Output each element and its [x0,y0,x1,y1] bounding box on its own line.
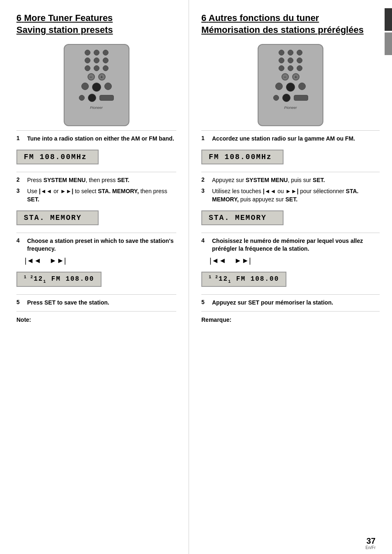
remote-logo: Pioneer [90,106,103,110]
remote-btn [297,58,302,63]
left-display-3: 1 2121 FM 108.00 [16,272,101,287]
left-step-5-text: Press SET to save the station. [27,299,109,307]
remote-btn [94,65,99,71]
remote-btn [79,95,85,101]
right-heading: 6 Autres fonctions du tuner Mémorisation… [201,12,380,36]
left-note-label: Note: [16,316,176,323]
right-arrow-next: ►►| [234,256,251,265]
remote-btn [85,50,90,55]
remote-btn [85,65,90,71]
left-arrow-next: ►►| [49,256,66,265]
page-number: 37 [367,536,376,546]
right-section-number: 6 [201,13,206,23]
left-remote-image: − + Pioneer [64,44,129,126]
right-step-4-text: Choisissez le numéro de mémoire par lequ… [212,237,380,253]
left-step-1-text: Tune into a radio station on either the … [27,135,174,143]
right-step-3: 3 Utilisez les touches |◄◄ ou ►►| pour s… [201,187,380,203]
left-divider-2 [16,172,176,172]
left-remote-container: − + Pioneer [16,44,176,126]
right-step-2-text: Appuyez sur SYSTEM MENU, puis sur SET. [212,176,325,185]
right-note-label: Remarque: [201,316,380,323]
right-divider-1 [201,130,380,131]
left-display-2: STA. MEMORY [16,210,99,225]
right-display-1: FM 108.00MHz [201,150,284,164]
remote-btn [279,50,284,55]
right-step-4: 4 Choisissez le numéro de mémoire par le… [201,237,380,253]
left-divider-5 [16,311,176,312]
left-section-number: 6 [16,13,21,23]
left-arrow-prev: |◄◄ [25,256,41,265]
remote-btn [288,58,293,63]
right-display-2: STA. MEMORY [201,210,284,225]
left-divider-3 [16,233,176,233]
left-display-1: FM 108.00MHz [16,150,99,164]
right-arrow-prev: |◄◄ [210,256,226,265]
right-step-1: 1 Accordez une station radio sur la gamm… [201,135,380,143]
left-heading-line1: More Tuner Features [24,13,113,23]
remote-btn [92,83,101,92]
remote-minus-btn: − [281,73,289,81]
remote-plus-btn: + [98,73,106,81]
left-step-3: 3 Use |◄◄ or ►►| to select STA. MEMORY, … [16,187,176,203]
right-heading-line2: Mémorisation des stations préréglées [201,25,364,35]
right-step-1-text: Accordez une station radio sur la gamme … [212,135,355,143]
remote-btn [288,65,293,71]
remote-btn [279,65,284,71]
remote-btn [294,95,308,101]
remote-minus-btn: − [88,73,95,81]
remote-btn [88,94,96,102]
left-step-4-text: Choose a station preset in which to save… [27,237,176,253]
left-heading: 6 More Tuner Features Saving station pre… [16,12,176,36]
remote-btn [275,83,283,90]
right-step-5: 5 Appuyez sur SET pour mémoriser la stat… [201,299,380,307]
left-step-2: 2 Press SYSTEM MENU, then press SET. [16,176,176,185]
right-remote-image: − + Pioneer [258,44,323,126]
left-step-3-text: Use |◄◄ or ►►| to select STA. MEMORY, th… [27,187,176,203]
page-layout: 6 More Tuner Features Saving station pre… [0,0,392,554]
remote-btn [81,83,89,90]
remote-btn [286,83,295,92]
right-step-2: 2 Appuyez sur SYSTEM MENU, puis sur SET. [201,176,380,185]
remote-plus-btn: + [292,73,300,81]
right-step-3-text: Utilisez les touches |◄◄ ou ►►| pour sél… [212,187,380,203]
right-divider-4 [201,294,380,295]
right-remote-container: − + Pioneer [201,44,380,126]
remote-btn [279,58,284,63]
right-column: 6 Autres fonctions du tuner Mémorisation… [189,0,392,554]
remote-btn [85,58,90,63]
remote-btn [94,50,99,55]
tab-marker-2 [385,32,392,55]
left-heading-line2: Saving station presets [16,25,113,35]
remote-btn [103,65,108,71]
right-divider-2 [201,172,380,172]
remote-logo: Pioneer [284,106,297,110]
left-divider-4 [16,294,176,295]
tab-marker-1 [385,8,392,31]
left-step-4: 4 Choose a station preset in which to sa… [16,237,176,253]
right-nav-arrows: |◄◄ ►►| [210,256,380,265]
left-column: 6 More Tuner Features Saving station pre… [0,0,189,554]
remote-btn [273,95,279,101]
left-divider-1 [16,130,176,131]
right-heading-line1: Autres fonctions du tuner [209,13,319,23]
right-divider-5 [201,311,380,312]
remote-btn [103,58,108,63]
left-step-1: 1 Tune into a radio station on either th… [16,135,176,143]
right-step-5-text: Appuyez sur SET pour mémoriser la statio… [212,299,333,307]
remote-btn [298,83,306,90]
remote-btn [94,58,99,63]
right-divider-3 [201,233,380,233]
remote-btn [99,95,114,101]
remote-btn [297,65,302,71]
left-step-2-text: Press SYSTEM MENU, then press SET. [27,176,129,185]
remote-btn [103,50,108,55]
remote-btn [297,50,302,55]
remote-btn [104,83,112,90]
page-language: En/Fr [366,545,376,550]
tab-markers [385,0,392,55]
left-step-5: 5 Press SET to save the station. [16,299,176,307]
remote-btn [282,94,291,102]
right-display-3: 1 2121 FM 108.00 [201,272,286,287]
remote-btn [288,50,293,55]
left-nav-arrows: |◄◄ ►►| [25,256,176,265]
